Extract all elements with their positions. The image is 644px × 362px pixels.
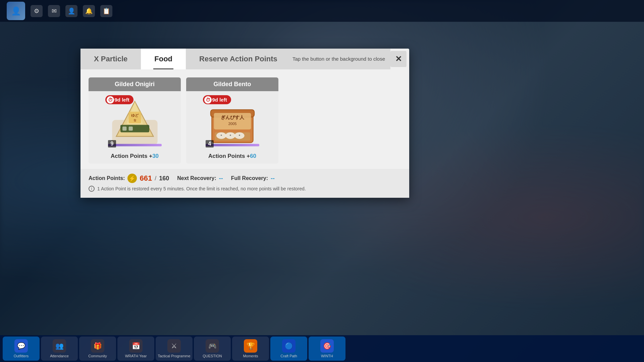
items-grid: Gilded Onigiri 9d left bbox=[89, 77, 401, 164]
full-recovery-value: -- bbox=[271, 175, 275, 182]
mail-icon[interactable]: ✉ bbox=[48, 5, 60, 17]
clock-icon-bento bbox=[204, 96, 212, 104]
food-modal: X Particle Food Reserve Action Points Ta… bbox=[80, 49, 409, 198]
tab-food[interactable]: Food bbox=[141, 49, 186, 69]
clock-icon-onigiri bbox=[107, 96, 114, 104]
taskbar-item-moments[interactable]: 🏆 Moments bbox=[232, 337, 269, 361]
taskbar-label-question: QUESTION bbox=[203, 354, 222, 358]
taskbar-item-question[interactable]: 🎮 QUESTION bbox=[194, 337, 231, 361]
svg-point-19 bbox=[220, 135, 222, 136]
item-quantity-onigiri: 9 bbox=[108, 140, 116, 147]
taskbar-label-outfitters: Outfitters bbox=[14, 354, 29, 358]
ap-icon: ⚡ bbox=[127, 174, 137, 183]
item-quantity-bento: 4 bbox=[206, 140, 214, 147]
item-title-gilded-bento: Gilded Bento bbox=[186, 77, 278, 91]
taskbar-item-wrath[interactable]: 📅 WRATH Year bbox=[117, 337, 154, 361]
taskbar-label-community: Community bbox=[88, 354, 107, 358]
full-recovery-label: Full Recovery: bbox=[231, 175, 268, 181]
tab-x-particle[interactable]: X Particle bbox=[80, 49, 141, 69]
svg-point-21 bbox=[239, 135, 240, 136]
taskbar-label-craft: Craft Path bbox=[280, 354, 297, 358]
svg-text:ゆど: ゆど bbox=[131, 113, 139, 117]
taskbar-label-moments: Moments bbox=[243, 354, 258, 358]
max-ap-value: 160 bbox=[159, 175, 169, 182]
taskbar-item-outfitters[interactable]: 💬 Outfitters bbox=[3, 337, 40, 361]
item-image-container-bento: 9d left ぎんびす人 2005 bbox=[206, 95, 259, 149]
taskbar-item-community[interactable]: 🎁 Community bbox=[79, 337, 116, 361]
next-recovery-label: Next Recovery: bbox=[177, 175, 216, 181]
info-row: i 1 Action Point is restored every 5 min… bbox=[89, 186, 401, 194]
stats-row: Action Points: ⚡ 661 / 160 Next Recovery… bbox=[89, 174, 401, 183]
svg-point-20 bbox=[230, 135, 231, 136]
menu-icon[interactable]: 📋 bbox=[100, 5, 112, 17]
svg-rect-8 bbox=[128, 127, 132, 131]
taskbar-label-attendance: Attendance bbox=[50, 354, 69, 358]
item-card-gilded-onigiri[interactable]: Gilded Onigiri 9d left bbox=[89, 77, 181, 164]
info-icon: i bbox=[89, 186, 95, 192]
topbar: 👤 ⚙ ✉ 👤 🔔 📋 bbox=[0, 0, 644, 22]
notification-icon[interactable]: 🔔 bbox=[83, 5, 95, 17]
taskbar-label-tactical: Tactical Programme bbox=[158, 354, 190, 358]
svg-rect-7 bbox=[122, 127, 126, 131]
taskbar: 💬 Outfitters 👥 Attendance 🎁 Community 📅 … bbox=[0, 335, 644, 362]
taskbar-icon-craft: 🔵 bbox=[282, 339, 296, 353]
modal-body: Gilded Onigiri 9d left bbox=[80, 69, 409, 164]
action-points-label-onigiri: Action Points +30 bbox=[111, 153, 159, 160]
svg-text:2005: 2005 bbox=[228, 122, 236, 126]
item-card-gilded-bento[interactable]: Gilded Bento 9d left bbox=[186, 77, 278, 164]
time-badge-onigiri: 9d left bbox=[105, 95, 133, 104]
close-button[interactable]: ✕ bbox=[390, 51, 407, 67]
item-title-gilded-onigiri: Gilded Onigiri bbox=[89, 77, 181, 91]
tab-reserve-action-points[interactable]: Reserve Action Points bbox=[186, 49, 291, 69]
tab-bar: X Particle Food Reserve Action Points Ta… bbox=[80, 49, 409, 69]
taskbar-icon-wrath: 📅 bbox=[129, 339, 143, 353]
ap-divider: / bbox=[155, 175, 156, 182]
svg-text:食: 食 bbox=[133, 119, 136, 122]
taskbar-icon-community: 🎁 bbox=[91, 339, 104, 353]
taskbar-item-craft[interactable]: 🔵 Craft Path bbox=[270, 337, 307, 361]
full-recovery-stat: Full Recovery: -- bbox=[231, 175, 275, 182]
profile-icon[interactable]: 👤 bbox=[65, 5, 77, 17]
info-text: 1 Action Point is restored every 5 minut… bbox=[97, 186, 306, 191]
taskbar-item-tactical[interactable]: ⚔ Tactical Programme bbox=[156, 337, 193, 361]
item-inner-gilded-onigiri: 9d left bbox=[89, 91, 181, 164]
next-recovery-stat: Next Recovery: -- bbox=[177, 175, 223, 182]
taskbar-icon-attendance: 👥 bbox=[53, 339, 66, 353]
action-points-stat-label: Action Points: bbox=[89, 175, 125, 181]
svg-text:ぎんびす人: ぎんびす人 bbox=[221, 115, 245, 120]
time-badge-bento: 9d left bbox=[203, 95, 231, 104]
taskbar-icon-question: 🎮 bbox=[206, 339, 219, 353]
taskbar-icon-outfitters: 💬 bbox=[14, 339, 28, 353]
item-inner-gilded-bento: 9d left ぎんびす人 2005 bbox=[186, 91, 278, 164]
taskbar-icon-tactical: ⚔ bbox=[167, 339, 181, 353]
close-hint: Tap the button or the background to clos… bbox=[291, 49, 390, 69]
next-recovery-value: -- bbox=[219, 175, 223, 182]
taskbar-item-winth[interactable]: 🎯 WINTH bbox=[309, 337, 345, 361]
taskbar-item-attendance[interactable]: 👥 Attendance bbox=[41, 337, 78, 361]
action-points-label-bento: Action Points +60 bbox=[208, 153, 256, 160]
settings-icon[interactable]: ⚙ bbox=[31, 5, 43, 17]
taskbar-icon-winth: 🎯 bbox=[320, 339, 334, 353]
current-ap-value: 661 bbox=[140, 174, 152, 183]
avatar[interactable]: 👤 bbox=[7, 2, 25, 20]
action-points-stat: Action Points: ⚡ 661 / 160 bbox=[89, 174, 169, 183]
modal-footer: Action Points: ⚡ 661 / 160 Next Recovery… bbox=[80, 169, 409, 198]
taskbar-icon-moments: 🏆 bbox=[244, 339, 257, 353]
item-image-container-onigiri: 9d left bbox=[108, 95, 162, 149]
taskbar-label-winth: WINTH bbox=[321, 354, 333, 358]
taskbar-label-wrath: WRATH Year bbox=[125, 354, 147, 358]
